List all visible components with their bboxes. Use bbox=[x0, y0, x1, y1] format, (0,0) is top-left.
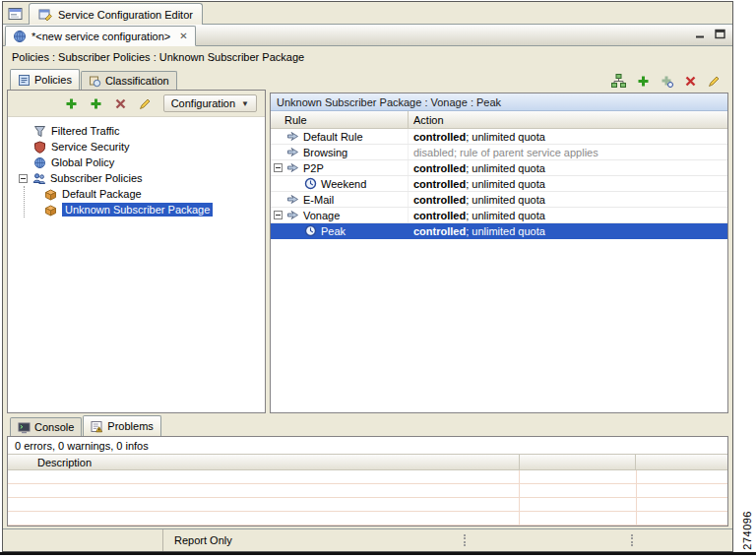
rule-row-weekend[interactable]: Weekend controlled ; unlimited quota bbox=[271, 176, 727, 192]
tree-item-subscriber-policies[interactable]: Subscriber Policies bbox=[8, 170, 265, 186]
configuration-globe-icon bbox=[13, 30, 27, 43]
status-bar-grip[interactable] bbox=[631, 534, 633, 546]
problems-column-header: Description bbox=[8, 454, 727, 470]
rule-row-email[interactable]: E-Mail controlled ; unlimited quota bbox=[271, 192, 727, 208]
time-based-rule-clock-icon bbox=[304, 224, 317, 237]
add-time-based-rule-icon[interactable] bbox=[661, 75, 673, 88]
time-based-rule-clock-icon bbox=[304, 177, 317, 190]
maximize-icon[interactable] bbox=[714, 29, 726, 39]
collapse-expander-icon[interactable] bbox=[19, 174, 28, 183]
policies-tree: Filtered Traffic Service Security bbox=[8, 118, 265, 412]
tab-problems[interactable]: Problems bbox=[83, 415, 160, 436]
tab-policies-label: Policies bbox=[34, 74, 72, 86]
rule-action-state: controlled bbox=[413, 210, 466, 221]
top-toolbar: Service Configuration Editor bbox=[3, 2, 732, 25]
column-header-rule[interactable]: Rule bbox=[271, 111, 409, 128]
editor-shell: *<new service configuration> ✕ Policies … bbox=[3, 25, 732, 551]
empty-row bbox=[8, 470, 727, 484]
tab-console[interactable]: Console bbox=[10, 417, 82, 436]
empty-row bbox=[8, 498, 727, 512]
editor-tab-new-service-configuration[interactable]: *<new service configuration> ✕ bbox=[5, 26, 196, 46]
rule-action-state: controlled bbox=[413, 131, 466, 143]
subscriber-policies-children: Default Package Unknown Subscriber Packa… bbox=[24, 186, 265, 217]
view-tab-service-configuration-editor[interactable]: Service Configuration Editor bbox=[29, 3, 203, 25]
problems-table-body bbox=[8, 470, 727, 526]
rule-icon bbox=[286, 146, 299, 158]
add-package-icon[interactable] bbox=[65, 97, 78, 110]
collapse-expander-icon[interactable] bbox=[274, 211, 283, 219]
rule-row-vonage[interactable]: Vonage controlled ; unlimited quota bbox=[271, 208, 727, 223]
configuration-menu-button[interactable]: Configuration ▼ bbox=[163, 94, 257, 112]
column-header-resource[interactable] bbox=[520, 455, 636, 469]
perspective-icon[interactable] bbox=[7, 5, 25, 23]
rule-row-default-rule[interactable]: Default Rule controlled ; unlimited quot… bbox=[271, 129, 727, 145]
tab-classification-label: Classification bbox=[105, 75, 169, 87]
window-buttons bbox=[694, 29, 726, 39]
rule-row-p2p[interactable]: P2P controlled ; unlimited quota bbox=[271, 160, 727, 176]
tree-item-label: Default Package bbox=[62, 188, 142, 200]
editor-tab-label: *<new service configuration> bbox=[32, 31, 170, 42]
rules-header-text: Unknown Subscriber Package : Vonage : Pe… bbox=[277, 96, 501, 108]
rule-name: P2P bbox=[303, 162, 324, 174]
policies-tree-box: Configuration ▼ Filtered Traffic bbox=[7, 90, 266, 413]
rule-row-browsing[interactable]: Browsing disabled; rule of parent servic… bbox=[271, 145, 727, 160]
problems-view-box: 0 errors, 0 warnings, 0 infos Descriptio… bbox=[7, 436, 728, 527]
rule-row-peak[interactable]: Peak controlled ; unlimited quota bbox=[271, 223, 727, 239]
rule-icon bbox=[286, 130, 299, 143]
main-area: Policies Classification bbox=[7, 69, 728, 413]
tree-item-filtered-traffic[interactable]: Filtered Traffic bbox=[8, 123, 265, 139]
policies-tab-bar: Policies Classification bbox=[7, 69, 266, 90]
tree-item-unknown-subscriber-package[interactable]: Unknown Subscriber Package bbox=[25, 202, 265, 217]
close-tab-icon[interactable]: ✕ bbox=[179, 31, 187, 41]
add-service-rule-icon[interactable] bbox=[90, 97, 102, 110]
problems-panel: Console Problems 0 errors, 0 warnings, 0… bbox=[7, 415, 728, 527]
rule-action-detail: ; unlimited quota bbox=[466, 178, 545, 190]
problems-summary: 0 errors, 0 warnings, 0 infos bbox=[8, 437, 727, 454]
subscriber-policies-icon bbox=[32, 172, 45, 185]
column-header-location[interactable] bbox=[636, 455, 727, 469]
rule-action-detail: ; unlimited quota bbox=[466, 194, 545, 206]
figure-canvas: Service Configuration Editor *<new servi… bbox=[0, 0, 756, 558]
package-box-icon bbox=[44, 204, 57, 217]
service-configuration-editor-icon bbox=[38, 7, 53, 22]
tab-problems-label: Problems bbox=[107, 420, 153, 432]
column-header-description[interactable]: Description bbox=[8, 455, 520, 469]
configuration-button-label: Configuration bbox=[171, 97, 235, 109]
status-bar-grip[interactable] bbox=[464, 534, 466, 546]
minimize-icon[interactable] bbox=[694, 29, 707, 39]
filtered-traffic-funnel-icon bbox=[33, 125, 46, 138]
package-box-icon bbox=[44, 188, 57, 201]
problems-summary-text: 0 errors, 0 warnings, 0 infos bbox=[15, 440, 149, 452]
collapse-expander-icon[interactable] bbox=[274, 163, 283, 172]
tree-item-label: Service Security bbox=[51, 141, 129, 153]
rule-icon bbox=[286, 193, 299, 206]
edit-icon[interactable] bbox=[139, 97, 152, 110]
rule-name: Weekend bbox=[321, 178, 366, 190]
rules-header-bar: Unknown Subscriber Package : Vonage : Pe… bbox=[271, 93, 727, 111]
delete-icon[interactable] bbox=[114, 97, 127, 110]
service-hierarchy-icon[interactable] bbox=[611, 74, 626, 88]
rule-action-state: controlled bbox=[413, 178, 466, 190]
rule-name: Browsing bbox=[303, 147, 347, 158]
status-bar: Report Only bbox=[3, 528, 732, 551]
tree-item-service-security[interactable]: Service Security bbox=[8, 139, 265, 155]
tab-policies[interactable]: Policies bbox=[10, 69, 80, 90]
edit-rule-icon[interactable] bbox=[708, 75, 721, 88]
status-bar-left-cell bbox=[3, 529, 163, 551]
rule-action-disabled: disabled; rule of parent service applies bbox=[413, 147, 598, 158]
rules-panel: Unknown Subscriber Package : Vonage : Pe… bbox=[270, 69, 728, 413]
rule-name: Vonage bbox=[303, 210, 340, 221]
add-rule-icon[interactable] bbox=[637, 75, 650, 88]
rule-action-detail: ; unlimited quota bbox=[466, 131, 545, 143]
rule-action-state: controlled bbox=[413, 225, 466, 237]
tree-item-global-policy[interactable]: Global Policy bbox=[8, 155, 265, 170]
app-window: Service Configuration Editor *<new servi… bbox=[2, 1, 733, 552]
tab-console-label: Console bbox=[34, 421, 74, 433]
tab-classification[interactable]: Classification bbox=[81, 71, 177, 90]
delete-rule-icon[interactable] bbox=[684, 75, 697, 88]
problems-tab-icon bbox=[91, 420, 103, 433]
rules-rows: Default Rule controlled ; unlimited quot… bbox=[271, 129, 727, 412]
tree-item-default-package[interactable]: Default Package bbox=[25, 186, 265, 202]
column-header-action[interactable]: Action bbox=[409, 111, 727, 128]
figure-bottom-rule bbox=[0, 552, 756, 555]
